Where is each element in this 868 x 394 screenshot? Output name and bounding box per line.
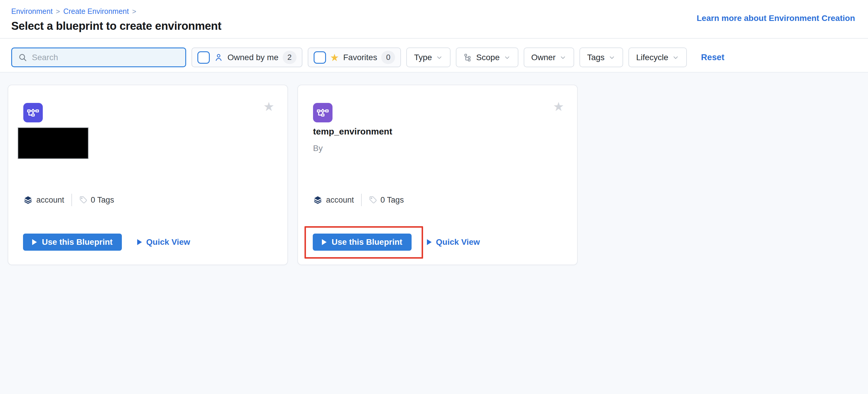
favorite-star-icon[interactable]: ★ [553, 101, 564, 113]
play-icon [427, 239, 432, 245]
tags-count-label: 0 Tags [381, 196, 404, 205]
blueprint-card: ★ account 0 Tags Use this Blueprint [8, 85, 288, 265]
chevron-down-icon [559, 54, 566, 61]
page-header: Environment > Create Environment > Selec… [0, 0, 868, 39]
reset-filters-link[interactable]: Reset [701, 53, 724, 62]
tags-count-label: 0 Tags [91, 196, 114, 205]
lifecycle-filter-dropdown[interactable]: Lifecycle [628, 47, 687, 67]
favorite-star-icon[interactable]: ★ [263, 101, 274, 113]
play-icon [137, 239, 142, 245]
card-meta-row: account 0 Tags [23, 194, 114, 206]
blueprint-title: temp_environment [313, 127, 392, 136]
scope-dropdown-label: Scope [476, 53, 499, 62]
hierarchy-icon [464, 53, 472, 62]
play-icon [322, 239, 327, 245]
tags-dropdown-label: Tags [587, 53, 604, 62]
redacted-blueprint-title [18, 127, 89, 159]
blueprint-card: ★ temp_environment By account 0 Tags Use… [298, 85, 578, 265]
quick-view-label: Quick View [436, 237, 480, 247]
favorites-checkbox[interactable] [314, 51, 326, 64]
layers-icon [23, 195, 33, 205]
owned-by-me-checkbox[interactable] [197, 51, 210, 64]
breadcrumb-separator: > [56, 7, 60, 15]
owned-by-me-filter-chip[interactable]: Owned by me 2 [191, 47, 302, 67]
quick-view-link[interactable]: Quick View [137, 237, 190, 247]
tag-icon [79, 196, 88, 204]
filter-bar: Owned by me 2 ★ Favorites 0 Type Scope O… [0, 39, 868, 72]
use-this-blueprint-label: Use this Blueprint [42, 237, 113, 247]
type-filter-dropdown[interactable]: Type [406, 47, 451, 67]
type-dropdown-label: Type [414, 53, 432, 62]
use-this-blueprint-button[interactable]: Use this Blueprint [23, 234, 122, 251]
scope-label: account [326, 196, 354, 205]
star-icon: ★ [330, 53, 339, 63]
favorites-count-badge: 0 [381, 51, 395, 64]
person-icon [214, 53, 223, 62]
search-input[interactable] [32, 53, 179, 62]
tags-filter-dropdown[interactable]: Tags [580, 47, 623, 67]
card-meta-row: account 0 Tags [313, 194, 404, 206]
breadcrumb-link-environment[interactable]: Environment [11, 7, 53, 15]
card-actions-row: Use this Blueprint Quick View [23, 234, 190, 251]
tag-icon [369, 196, 378, 204]
use-this-blueprint-label: Use this Blueprint [332, 237, 402, 247]
owned-by-me-count-badge: 2 [283, 51, 297, 64]
card-actions-row: Use this Blueprint Quick View [313, 234, 480, 251]
blueprint-card-grid: ★ account 0 Tags Use this Blueprint [0, 72, 868, 394]
favorites-filter-chip[interactable]: ★ Favorites 0 [308, 47, 401, 67]
owner-dropdown-label: Owner [531, 53, 556, 62]
blueprint-icon [23, 103, 43, 122]
breadcrumb-link-create-environment[interactable]: Create Environment [63, 7, 129, 15]
layers-icon [313, 195, 322, 205]
search-icon [18, 53, 27, 62]
play-icon [32, 239, 37, 245]
lifecycle-dropdown-label: Lifecycle [636, 53, 668, 62]
scope-label: account [36, 196, 64, 205]
learn-more-link[interactable]: Learn more about Environment Creation [696, 13, 855, 23]
search-box[interactable] [11, 47, 186, 67]
scope-filter-dropdown[interactable]: Scope [456, 47, 518, 67]
breadcrumb-separator: > [132, 7, 136, 15]
chevron-down-icon [672, 54, 679, 61]
chevron-down-icon [608, 54, 615, 61]
use-this-blueprint-button[interactable]: Use this Blueprint [313, 234, 411, 251]
divider [71, 194, 72, 206]
quick-view-label: Quick View [146, 237, 190, 247]
owned-by-me-label: Owned by me [227, 53, 279, 62]
quick-view-link[interactable]: Quick View [427, 237, 480, 247]
divider [361, 194, 362, 206]
favorites-label: Favorites [343, 53, 377, 62]
blueprint-author-line: By [313, 143, 323, 153]
blueprint-icon [313, 103, 333, 122]
chevron-down-icon [436, 54, 443, 61]
owner-filter-dropdown[interactable]: Owner [524, 47, 574, 67]
chevron-down-icon [504, 54, 511, 61]
